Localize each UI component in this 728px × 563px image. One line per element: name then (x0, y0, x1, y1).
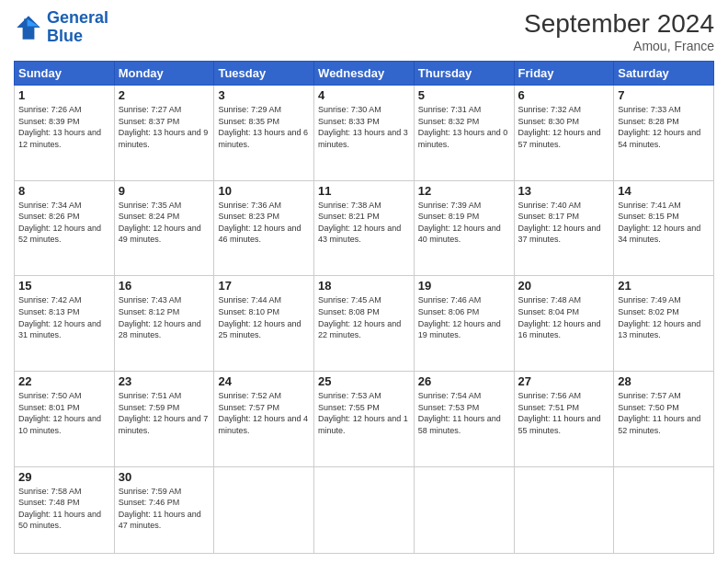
calendar-cell (614, 466, 714, 553)
calendar-cell: 12Sunrise: 7:39 AMSunset: 8:19 PMDayligh… (414, 180, 514, 276)
day-info: Sunrise: 7:56 AMSunset: 7:51 PMDaylight:… (518, 390, 610, 436)
calendar-cell: 1Sunrise: 7:26 AMSunset: 8:39 PMDaylight… (15, 86, 115, 181)
day-number: 27 (518, 374, 610, 388)
weekday-header-row: Sunday Monday Tuesday Wednesday Thursday… (15, 62, 714, 86)
calendar-cell: 15Sunrise: 7:42 AMSunset: 8:13 PMDayligh… (15, 276, 115, 372)
day-number: 24 (218, 374, 310, 388)
day-info: Sunrise: 7:39 AMSunset: 8:19 PMDaylight:… (418, 200, 510, 246)
day-info: Sunrise: 7:51 AMSunset: 7:59 PMDaylight:… (119, 390, 210, 436)
calendar-cell: 24Sunrise: 7:52 AMSunset: 7:57 PMDayligh… (214, 372, 314, 467)
calendar-week-2: 8Sunrise: 7:34 AMSunset: 8:26 PMDaylight… (15, 180, 714, 276)
day-number: 4 (318, 88, 410, 102)
calendar-cell: 9Sunrise: 7:35 AMSunset: 8:24 PMDaylight… (114, 180, 214, 276)
day-info: Sunrise: 7:31 AMSunset: 8:32 PMDaylight:… (418, 104, 510, 150)
calendar-cell: 7Sunrise: 7:33 AMSunset: 8:28 PMDaylight… (614, 86, 714, 181)
location: Amou, France (524, 39, 714, 53)
day-number: 14 (618, 184, 710, 198)
calendar-cell: 11Sunrise: 7:38 AMSunset: 8:21 PMDayligh… (314, 180, 415, 276)
month-title: September 2024 (524, 9, 714, 39)
svg-rect-2 (24, 18, 27, 38)
day-info: Sunrise: 7:44 AMSunset: 8:10 PMDaylight:… (218, 294, 310, 340)
day-number: 9 (119, 184, 210, 198)
calendar-cell: 25Sunrise: 7:53 AMSunset: 7:55 PMDayligh… (314, 372, 415, 467)
day-number: 1 (18, 88, 110, 102)
header-wednesday: Wednesday (314, 62, 415, 86)
calendar-cell: 10Sunrise: 7:36 AMSunset: 8:23 PMDayligh… (214, 180, 314, 276)
calendar-cell: 17Sunrise: 7:44 AMSunset: 8:10 PMDayligh… (214, 276, 314, 372)
day-number: 13 (518, 184, 610, 198)
calendar-cell: 16Sunrise: 7:43 AMSunset: 8:12 PMDayligh… (114, 276, 214, 372)
day-number: 12 (418, 184, 510, 198)
calendar-cell: 19Sunrise: 7:46 AMSunset: 8:06 PMDayligh… (414, 276, 514, 372)
header-sunday: Sunday (15, 62, 115, 86)
day-info: Sunrise: 7:40 AMSunset: 8:17 PMDaylight:… (518, 200, 610, 246)
day-info: Sunrise: 7:29 AMSunset: 8:35 PMDaylight:… (218, 104, 310, 150)
day-number: 28 (618, 374, 710, 388)
header-saturday: Saturday (614, 62, 714, 86)
calendar-cell: 4Sunrise: 7:30 AMSunset: 8:33 PMDaylight… (314, 86, 415, 181)
day-info: Sunrise: 7:43 AMSunset: 8:12 PMDaylight:… (119, 294, 210, 340)
day-number: 30 (119, 470, 210, 484)
calendar-cell: 22Sunrise: 7:50 AMSunset: 8:01 PMDayligh… (15, 372, 115, 467)
day-info: Sunrise: 7:42 AMSunset: 8:13 PMDaylight:… (18, 294, 110, 340)
logo-icon (14, 13, 43, 42)
day-number: 26 (418, 374, 510, 388)
header: General Blue September 2024 Amou, France (14, 9, 714, 53)
calendar-cell: 14Sunrise: 7:41 AMSunset: 8:15 PMDayligh… (614, 180, 714, 276)
calendar-cell: 2Sunrise: 7:27 AMSunset: 8:37 PMDaylight… (114, 86, 214, 181)
calendar-week-4: 22Sunrise: 7:50 AMSunset: 8:01 PMDayligh… (15, 372, 714, 467)
day-info: Sunrise: 7:46 AMSunset: 8:06 PMDaylight:… (418, 294, 510, 340)
calendar-cell: 13Sunrise: 7:40 AMSunset: 8:17 PMDayligh… (514, 180, 614, 276)
calendar-cell: 26Sunrise: 7:54 AMSunset: 7:53 PMDayligh… (414, 372, 514, 467)
day-number: 10 (218, 184, 310, 198)
calendar-table: Sunday Monday Tuesday Wednesday Thursday… (14, 61, 714, 554)
day-info: Sunrise: 7:50 AMSunset: 8:01 PMDaylight:… (18, 390, 110, 436)
logo-text: General Blue (47, 9, 108, 46)
day-number: 22 (18, 374, 110, 388)
calendar-cell: 27Sunrise: 7:56 AMSunset: 7:51 PMDayligh… (514, 372, 614, 467)
calendar-cell (414, 466, 514, 553)
header-friday: Friday (514, 62, 614, 86)
day-info: Sunrise: 7:53 AMSunset: 7:55 PMDaylight:… (318, 390, 410, 436)
day-number: 2 (119, 88, 210, 102)
day-info: Sunrise: 7:45 AMSunset: 8:08 PMDaylight:… (318, 294, 410, 340)
calendar-cell: 3Sunrise: 7:29 AMSunset: 8:35 PMDaylight… (214, 86, 314, 181)
calendar-week-5: 29Sunrise: 7:58 AMSunset: 7:48 PMDayligh… (15, 466, 714, 553)
calendar-cell (314, 466, 415, 553)
title-block: September 2024 Amou, France (524, 9, 714, 53)
day-info: Sunrise: 7:57 AMSunset: 7:50 PMDaylight:… (618, 390, 710, 436)
calendar-cell (214, 466, 314, 553)
page: General Blue September 2024 Amou, France… (0, 0, 728, 563)
calendar-cell: 8Sunrise: 7:34 AMSunset: 8:26 PMDaylight… (15, 180, 115, 276)
header-thursday: Thursday (414, 62, 514, 86)
calendar-cell: 6Sunrise: 7:32 AMSunset: 8:30 PMDaylight… (514, 86, 614, 181)
day-info: Sunrise: 7:36 AMSunset: 8:23 PMDaylight:… (218, 200, 310, 246)
day-info: Sunrise: 7:52 AMSunset: 7:57 PMDaylight:… (218, 390, 310, 436)
calendar-cell: 23Sunrise: 7:51 AMSunset: 7:59 PMDayligh… (114, 372, 214, 467)
day-number: 16 (119, 279, 210, 293)
calendar-cell: 18Sunrise: 7:45 AMSunset: 8:08 PMDayligh… (314, 276, 415, 372)
calendar-cell: 20Sunrise: 7:48 AMSunset: 8:04 PMDayligh… (514, 276, 614, 372)
day-number: 17 (218, 279, 310, 293)
day-number: 8 (18, 184, 110, 198)
day-number: 23 (119, 374, 210, 388)
day-info: Sunrise: 7:33 AMSunset: 8:28 PMDaylight:… (618, 104, 710, 150)
day-info: Sunrise: 7:59 AMSunset: 7:46 PMDaylight:… (119, 486, 210, 532)
day-number: 25 (318, 374, 410, 388)
day-number: 6 (518, 88, 610, 102)
day-number: 20 (518, 279, 610, 293)
day-number: 21 (618, 279, 710, 293)
day-info: Sunrise: 7:38 AMSunset: 8:21 PMDaylight:… (318, 200, 410, 246)
calendar-cell: 30Sunrise: 7:59 AMSunset: 7:46 PMDayligh… (114, 466, 214, 553)
day-info: Sunrise: 7:30 AMSunset: 8:33 PMDaylight:… (318, 104, 410, 150)
logo: General Blue (14, 9, 108, 46)
calendar-cell (514, 466, 614, 553)
day-number: 15 (18, 279, 110, 293)
svg-marker-0 (17, 16, 40, 40)
day-info: Sunrise: 7:26 AMSunset: 8:39 PMDaylight:… (18, 104, 110, 150)
calendar-week-1: 1Sunrise: 7:26 AMSunset: 8:39 PMDaylight… (15, 86, 714, 181)
day-number: 29 (18, 470, 110, 484)
logo-general: General (47, 8, 108, 27)
day-number: 18 (318, 279, 410, 293)
header-monday: Monday (114, 62, 214, 86)
